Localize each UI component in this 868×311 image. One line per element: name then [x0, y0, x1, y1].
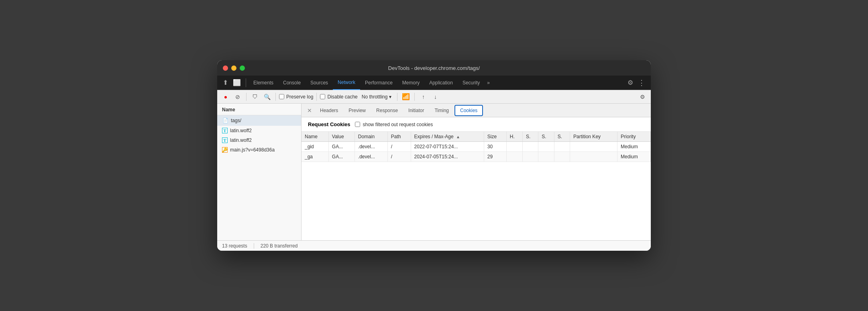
record-button[interactable]: ●	[220, 92, 231, 102]
table-row[interactable]: _gid GA... .devel... / 2022-07-07T15:24.…	[302, 142, 651, 152]
settings-icon[interactable]: ⚙	[625, 77, 636, 88]
file-name: tags/	[231, 118, 241, 123]
cookie-s2	[538, 142, 554, 152]
close-button[interactable]	[223, 65, 228, 71]
preserve-log-text: Preserve log	[286, 94, 313, 100]
font-icon: T	[222, 137, 228, 143]
status-separator	[254, 243, 254, 249]
tab-timing[interactable]: Timing	[430, 104, 454, 117]
status-bar: 13 requests 220 B transferred	[217, 240, 651, 251]
tab-application[interactable]: Application	[424, 76, 458, 90]
cookies-table-head: Name Value Domain Path Expires / Max-Age…	[302, 132, 651, 142]
maximize-button[interactable]	[240, 65, 245, 71]
col-h[interactable]: H.	[506, 132, 522, 142]
cookie-name: _ga	[302, 152, 328, 162]
cookie-s1	[523, 142, 538, 152]
tab-response[interactable]: Response	[371, 104, 403, 117]
cookie-partition-key	[570, 152, 617, 162]
minimize-button[interactable]	[231, 65, 236, 71]
tab-elements[interactable]: Elements	[249, 76, 278, 90]
tab-security[interactable]: Security	[458, 76, 485, 90]
detail-close-button[interactable]: ✕	[305, 106, 314, 115]
tab-headers[interactable]: Headers	[315, 104, 343, 117]
col-name[interactable]: Name	[302, 132, 328, 142]
tab-initiator[interactable]: Initiator	[403, 104, 429, 117]
throttling-label: No throttling	[362, 94, 388, 100]
file-list-header: Name	[217, 104, 301, 115]
tab-memory[interactable]: Memory	[397, 76, 424, 90]
devtools-window: DevTools - developer.chrome.com/tags/ ⬆ …	[217, 60, 651, 251]
preserve-log-label[interactable]: Preserve log	[279, 94, 313, 100]
list-item[interactable]: 🔑 main.js?v=6498d36a	[217, 145, 301, 155]
list-item[interactable]: 📄 tags/	[217, 115, 301, 126]
cookie-h	[506, 152, 522, 162]
col-s3[interactable]: S.	[554, 132, 570, 142]
search-button[interactable]: 🔍	[262, 92, 272, 102]
show-filtered-text: show filtered out request cookies	[363, 122, 433, 127]
tab-performance[interactable]: Performance	[360, 76, 397, 90]
cookie-partition-key	[570, 142, 617, 152]
col-priority[interactable]: Priority	[617, 132, 651, 142]
cookie-name: _gid	[302, 142, 328, 152]
more-tabs-button[interactable]: »	[485, 80, 492, 86]
wifi-icon[interactable]: 📶	[401, 92, 411, 102]
cookies-content: Request Cookies show filtered out reques…	[302, 117, 651, 240]
cookie-value: GA...	[328, 142, 355, 152]
sort-arrow-icon: ▲	[456, 135, 460, 139]
cookie-s3	[554, 152, 570, 162]
detail-tab-bar: ✕ Headers Preview Response Initiator Tim…	[302, 104, 651, 117]
list-item[interactable]: T latin.woff2	[217, 126, 301, 135]
tab-console[interactable]: Console	[278, 76, 306, 90]
disable-cache-label[interactable]: Disable cache	[320, 94, 357, 100]
cookie-h	[506, 142, 522, 152]
list-item[interactable]: T latin.woff2	[217, 135, 301, 145]
disable-cache-checkbox[interactable]	[320, 94, 325, 99]
cookie-value: GA...	[328, 152, 355, 162]
col-domain[interactable]: Domain	[355, 132, 387, 142]
col-value[interactable]: Value	[328, 132, 355, 142]
cookies-table: Name Value Domain Path Expires / Max-Age…	[302, 132, 651, 162]
more-options-icon[interactable]: ⋮	[636, 77, 648, 89]
device-icon[interactable]: ⬜	[230, 77, 243, 88]
col-s1[interactable]: S.	[523, 132, 538, 142]
cursor-icon[interactable]: ⬆	[220, 77, 230, 88]
file-name: latin.woff2	[230, 137, 252, 143]
main-content: Name 📄 tags/ T latin.woff2 T latin.woff2…	[217, 104, 651, 240]
filter-button[interactable]: ⛉	[250, 92, 260, 102]
title-bar: DevTools - developer.chrome.com/tags/	[217, 60, 651, 76]
window-title: DevTools - developer.chrome.com/tags/	[388, 65, 480, 71]
upload-icon[interactable]: ↑	[418, 92, 428, 102]
cookie-priority: Medium	[617, 142, 651, 152]
font-icon: T	[222, 128, 228, 133]
toolbar-sep-5	[414, 93, 415, 101]
col-expires[interactable]: Expires / Max-Age ▲	[411, 132, 484, 142]
cookie-domain: .devel...	[355, 142, 387, 152]
tab-network[interactable]: Network	[333, 76, 360, 90]
tab-sources[interactable]: Sources	[306, 76, 333, 90]
network-settings-icon[interactable]: ⚙	[637, 92, 648, 102]
cookie-expires: 2022-07-07T15:24...	[411, 142, 484, 152]
tab-cookies[interactable]: Cookies	[454, 105, 483, 116]
traffic-lights	[223, 65, 245, 71]
col-s2[interactable]: S.	[538, 132, 554, 142]
col-size[interactable]: Size	[484, 132, 506, 142]
download-icon[interactable]: ↓	[430, 92, 440, 102]
network-toolbar: ● ⊘ ⛉ 🔍 Preserve log Disable cache No th…	[217, 90, 651, 104]
throttling-dropdown[interactable]: No throttling ▾	[359, 93, 394, 100]
col-partition-key[interactable]: Partition Key	[570, 132, 617, 142]
toolbar-sep-3	[316, 93, 317, 101]
col-path[interactable]: Path	[387, 132, 411, 142]
preserve-log-checkbox[interactable]	[279, 94, 284, 99]
toolbar-sep-1	[246, 93, 247, 101]
tab-separator-1	[246, 78, 246, 87]
devtools-tab-bar: ⬆ ⬜ Elements Console Sources Network Per…	[217, 76, 651, 90]
stop-button[interactable]: ⊘	[232, 92, 243, 102]
show-filtered-label[interactable]: show filtered out request cookies	[355, 122, 433, 127]
tab-preview[interactable]: Preview	[344, 104, 371, 117]
table-header-row: Name Value Domain Path Expires / Max-Age…	[302, 132, 651, 142]
show-filtered-checkbox[interactable]	[355, 122, 360, 127]
cookie-s2	[538, 152, 554, 162]
cookies-table-body: _gid GA... .devel... / 2022-07-07T15:24.…	[302, 142, 651, 162]
cookie-size: 29	[484, 152, 506, 162]
table-row[interactable]: _ga GA... .devel... / 2024-07-05T15:24..…	[302, 152, 651, 162]
